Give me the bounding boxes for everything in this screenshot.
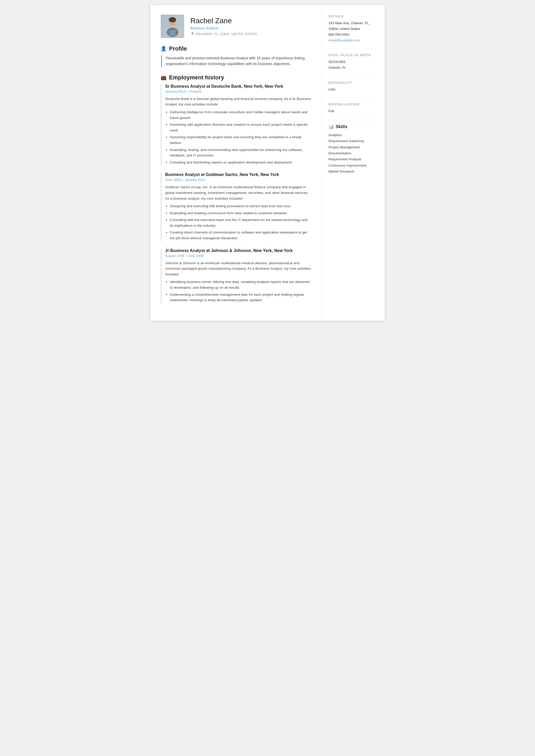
dob-text: 05/10/1983 bbox=[328, 60, 345, 64]
job-bullet-item: Assuming responsibility for project task… bbox=[170, 134, 312, 146]
profile-section-title: Profile bbox=[169, 45, 187, 52]
nationality-text: USA bbox=[328, 87, 379, 93]
profile-icon: 👤 bbox=[161, 46, 166, 52]
job-bullet-item: Gathering intelligence from corporate ex… bbox=[170, 109, 312, 121]
job-bullets: Designing and executing A/B testing proc… bbox=[165, 203, 312, 241]
skill-item: Documentation bbox=[328, 150, 379, 156]
skill-item: Project Management bbox=[328, 144, 379, 150]
address-text: 143 Main Ave, Orlando, FL, 32804, United… bbox=[328, 21, 370, 31]
main-column: Rachel Zane Business Analyst 📍 ORLANDO, … bbox=[150, 5, 322, 321]
job-bullet-item: Partnering with application directors an… bbox=[170, 122, 312, 133]
profile-section-header: 👤 Profile bbox=[161, 45, 312, 52]
job-item: Jr Business Analyst at Johnson & Johnson… bbox=[161, 248, 312, 303]
skill-item: Requirement Gathering bbox=[328, 138, 379, 144]
job-item: Sr Business Analyst at Deutsche Bank, Ne… bbox=[161, 84, 312, 165]
avatar-image bbox=[161, 14, 184, 38]
job-date-sep: – bbox=[181, 178, 185, 182]
details-title: Details bbox=[328, 14, 379, 18]
svg-point-3 bbox=[169, 17, 176, 22]
job-bullet-item: Designing and executing A/B testing proc… bbox=[170, 203, 312, 209]
candidate-title: Business Analyst bbox=[190, 26, 312, 30]
jobs-container: Sr Business Analyst at Deutsche Bank, Ne… bbox=[161, 84, 312, 303]
nationality-section: NATIONALITY USA bbox=[328, 81, 379, 93]
job-title: Sr Business Analyst at Deutsche Bank, Ne… bbox=[165, 84, 312, 89]
details-section: Details 143 Main Ave, Orlando, FL, 32804… bbox=[328, 14, 379, 43]
driving-text: Full bbox=[328, 108, 379, 114]
job-dates: August 1999 – June 2000 bbox=[165, 254, 312, 258]
skill-item: Continuous Improvement bbox=[328, 162, 379, 169]
skill-item: Analytics bbox=[328, 132, 379, 138]
header-info: Rachel Zane Business Analyst 📍 ORLANDO, … bbox=[190, 17, 312, 36]
skills-icon: 📊 bbox=[328, 124, 334, 129]
candidate-name: Rachel Zane bbox=[190, 17, 312, 25]
nationality-label: NATIONALITY bbox=[328, 81, 379, 85]
job-bullet-item: Implementing a comprehensive management … bbox=[170, 292, 312, 303]
employment-section: 💼 Employment history Sr Business Analyst… bbox=[161, 74, 312, 303]
resume-page: Rachel Zane Business Analyst 📍 ORLANDO, … bbox=[150, 5, 385, 321]
job-date-sep: – bbox=[186, 90, 189, 94]
skills-title: Skills bbox=[336, 124, 347, 129]
job-description: Goldman Sachs Group, Inc. is an American… bbox=[165, 184, 312, 201]
dob-place-text: Orlando, FL bbox=[328, 66, 347, 69]
job-bullet-item: Consulting with the executive team and t… bbox=[170, 217, 312, 228]
dob-label: DATE / PLACE OF BIRTH bbox=[328, 53, 379, 57]
job-bullet-item: Evaluating and drawing conclusions from … bbox=[170, 210, 312, 216]
email-link[interactable]: email@example.com bbox=[328, 38, 360, 42]
job-bullet-item: Compiling and distributing reports on ap… bbox=[170, 160, 312, 165]
divider-3 bbox=[328, 98, 379, 98]
candidate-location: 📍 ORLANDO, FL, 32804, UNITED STATES bbox=[190, 32, 312, 36]
driving-section: DRIVING LICENSE Full bbox=[328, 103, 379, 114]
job-dates: January 2013 – Present bbox=[165, 90, 312, 94]
skills-list: AnalyticsRequirement GatheringProject Ma… bbox=[328, 132, 379, 175]
dob-content: 05/10/1983 Orlando, FL bbox=[328, 59, 379, 70]
job-date-sep: – bbox=[184, 254, 188, 258]
divider-2 bbox=[328, 76, 379, 77]
job-description: Johnson & Johnson is an American multina… bbox=[165, 260, 312, 277]
location-icon: 📍 bbox=[190, 32, 195, 36]
location-text: ORLANDO, FL, 32804, UNITED STATES bbox=[196, 32, 257, 36]
skill-item: Requirement Analysis bbox=[328, 156, 379, 162]
job-title: Business Analyst at Goldman Sachs, New Y… bbox=[165, 172, 312, 177]
job-title: Jr Business Analyst at Johnson & Johnson… bbox=[165, 248, 312, 253]
skill-item: Market Research bbox=[328, 169, 379, 175]
skills-section: 📊 Skills AnalyticsRequirement GatheringP… bbox=[328, 124, 379, 175]
sidebar-column: Details 143 Main Ave, Orlando, FL, 32804… bbox=[322, 5, 385, 321]
job-bullet-item: Evaluating, testing, and recommending ne… bbox=[170, 147, 312, 158]
job-bullet-item: Identifying business trends utilizing re… bbox=[170, 279, 312, 290]
profile-section: 👤 Profile Personable and process-oriente… bbox=[161, 45, 312, 67]
driving-label: DRIVING LICENSE bbox=[328, 103, 379, 106]
dob-section: DATE / PLACE OF BIRTH 05/10/1983 Orlando… bbox=[328, 53, 379, 70]
job-description: Deutsche Bank is a German global banking… bbox=[165, 96, 312, 107]
phone-text: 890-555-0401 bbox=[328, 33, 350, 37]
job-item: Business Analyst at Goldman Sachs, New Y… bbox=[161, 172, 312, 241]
job-bullets: Gathering intelligence from corporate ex… bbox=[165, 109, 312, 165]
avatar bbox=[161, 14, 184, 38]
address: 143 Main Ave, Orlando, FL, 32804, United… bbox=[328, 20, 379, 43]
employment-icon: 💼 bbox=[161, 75, 166, 80]
employment-section-title: Employment history bbox=[169, 74, 224, 81]
skills-header: 📊 Skills bbox=[328, 124, 379, 129]
job-bullets: Identifying business trends utilizing re… bbox=[165, 279, 312, 303]
job-dates: June 2000 – January 2013 bbox=[165, 178, 312, 182]
resume-header: Rachel Zane Business Analyst 📍 ORLANDO, … bbox=[161, 14, 312, 38]
profile-text: Personable and process-oriented Business… bbox=[161, 55, 312, 67]
job-bullet-item: Creating direct channels of communicatio… bbox=[170, 230, 312, 241]
employment-section-header: 💼 Employment history bbox=[161, 74, 312, 81]
